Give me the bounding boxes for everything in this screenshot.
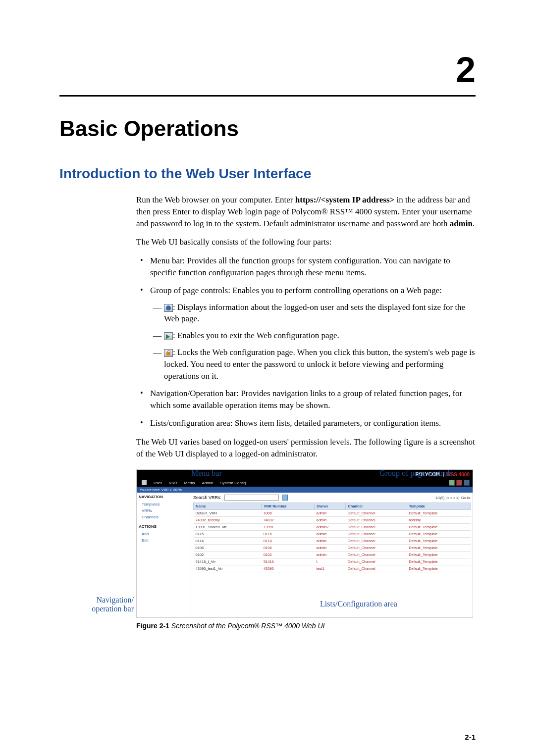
table-cell: admin	[315, 510, 346, 517]
control-exit-icon[interactable]	[456, 480, 462, 486]
table-cell: test1	[315, 565, 346, 572]
table-cell: 43595_test1_Vrr	[194, 565, 262, 572]
intro-text-1a: Run the Web browser on your computer. En…	[136, 195, 295, 204]
callout-navigation: Navigation/ operation bar	[72, 596, 134, 613]
menu-system-config[interactable]: System Config	[220, 481, 246, 485]
search-icon[interactable]	[282, 495, 288, 501]
table-cell: 0106	[194, 545, 262, 552]
table-cell: Default_Channel	[346, 524, 407, 531]
table-cell: Default_Template	[407, 531, 470, 538]
actions-header: ACTIONS	[139, 524, 189, 529]
table-cell: 0115	[262, 531, 315, 538]
figure-label: Figure 2-1	[136, 622, 169, 630]
bullet-item-4: Lists/configuration area: Shows item lis…	[136, 417, 476, 429]
table-cell: Default_Template	[407, 552, 470, 558]
sidebar-item-vrrs[interactable]: VRRs	[139, 507, 189, 514]
table-row[interactable]: Default_VRR1000adminDefault_ChannelDefau…	[194, 510, 471, 517]
page-number: 2-1	[465, 733, 476, 741]
table-cell: 13991	[262, 524, 315, 531]
sidebar-action-add[interactable]: Add	[139, 531, 189, 537]
user-info-icon	[164, 304, 173, 312]
table-row[interactable]: 01060106adminDefault_ChannelDefault_Temp…	[194, 545, 471, 552]
figure-text: Screenshot of the Polycom® RSS™ 4000 Web…	[171, 622, 325, 630]
table-row[interactable]: 01020102adminDefault_ChannelDefault_Temp…	[194, 552, 471, 558]
table-cell: 74032_recenly	[194, 517, 262, 524]
table-cell: 0115	[194, 531, 262, 538]
table-cell: 51416	[262, 558, 315, 565]
table-cell: Default_Channel	[346, 558, 407, 565]
intro-admin-bold: admin	[450, 219, 473, 228]
th-template[interactable]: Template	[407, 503, 470, 510]
control-lock-icon[interactable]	[464, 480, 470, 486]
table-cell: admin	[315, 517, 346, 524]
menu-vrr[interactable]: VRR	[169, 481, 177, 485]
bullet-item-3: Navigation/Operation bar: Provides navig…	[136, 388, 476, 411]
logo-polycom: POLYCOM	[415, 472, 440, 477]
figure: Navigation/ operation bar Menu bar Group…	[136, 469, 476, 630]
sub1-text: : Displays information about the logged-…	[164, 302, 465, 324]
table-cell: 0114	[262, 538, 315, 545]
sidebar-item-templates[interactable]: Templates	[139, 501, 189, 507]
th-channel[interactable]: Channel	[346, 503, 407, 510]
th-name[interactable]: Name	[194, 503, 262, 510]
sub2-text: : Enables you to exit the Web configurat…	[173, 331, 339, 340]
table-cell: Default_Channel	[346, 531, 407, 538]
page-control-icons	[449, 480, 470, 486]
table-cell: Default_Channel	[346, 552, 407, 558]
table-cell: Default_Template	[407, 545, 470, 552]
sub-bullet-list: : Displays information about the logged-…	[150, 302, 476, 382]
table-row[interactable]: 01150115adminDefault_ChannelDefault_Temp…	[194, 531, 471, 538]
ui-main: Search VRRs: 1/1(9) |< < > >| Go to:	[191, 493, 473, 617]
table-cell: admin	[315, 531, 346, 538]
pager: 1/1(9) |< < > >| Go to:	[435, 496, 471, 500]
chapter-number: 2	[59, 50, 476, 90]
ui-menubar: User VRR Media Admin System Config	[137, 479, 473, 487]
table-cell: 74032	[262, 517, 315, 524]
table-row[interactable]: 43595_test1_Vrr43595test1Default_Channel…	[194, 565, 471, 572]
control-user-icon[interactable]	[449, 480, 455, 486]
bullet-list: Menu bar: Provides all the function grou…	[136, 255, 476, 429]
nav-header: NAVIGATION	[139, 495, 189, 499]
th-owner[interactable]: Owner	[315, 503, 346, 510]
table-cell: Default_Template	[407, 524, 470, 531]
table-cell: 43595	[262, 565, 315, 572]
closing-paragraph: The Web UI varies based on logged-on use…	[136, 436, 476, 460]
search-label: Search VRRs:	[193, 495, 221, 500]
table-cell: Default_Template	[407, 565, 470, 572]
ui-topbar: POLYCOM | RSS 4000	[137, 470, 473, 479]
ui-screenshot: Menu bar Group of page controls POLYCOM …	[136, 469, 473, 618]
intro-paragraph-1: Run the Web browser on your computer. En…	[136, 194, 476, 229]
menu-media[interactable]: Media	[184, 481, 195, 485]
home-icon[interactable]	[142, 480, 147, 485]
th-vrr-number[interactable]: VRR Number	[262, 503, 315, 510]
table-cell: 0102	[194, 552, 262, 558]
table-row[interactable]: 01140114adminDefault_ChannelDefault_Temp…	[194, 538, 471, 545]
table-cell: t	[315, 558, 346, 565]
table-row[interactable]: 51416_t_Vrr51416tDefault_ChannelDefault_…	[194, 558, 471, 565]
table-cell: 0114	[194, 538, 262, 545]
table-cell: admin	[315, 545, 346, 552]
menu-user[interactable]: User	[154, 481, 162, 485]
sub-bullet-3: : Locks the Web configuration page. When…	[150, 347, 476, 382]
table-cell: 13991_Shared_Vrr	[194, 524, 262, 531]
body-text: Run the Web browser on your computer. En…	[136, 194, 476, 459]
logo-rss: RSS 4000	[447, 472, 470, 477]
table-cell: Default_Channel	[346, 565, 407, 572]
menu-admin[interactable]: Admin	[202, 481, 214, 485]
sidebar-item-channels[interactable]: Channels	[139, 514, 189, 520]
table-cell: Default_VRR	[194, 510, 262, 517]
breadcrumb: You are here: VRR > VRRs	[137, 487, 473, 493]
exit-icon	[164, 332, 173, 340]
pager-count: 1/1(9)	[435, 496, 444, 500]
bullet2-text: Group of page controls: Enables you to p…	[150, 286, 442, 295]
table-cell: 0102	[262, 552, 315, 558]
section-title: Introduction to the Web User Interface	[59, 166, 476, 182]
table-cell: 0106	[262, 545, 315, 552]
table-row[interactable]: 74032_recenly74032adminDefault_Channelre…	[194, 517, 471, 524]
intro-text-1c: .	[473, 219, 475, 228]
sidebar-action-edit[interactable]: Edit	[139, 537, 189, 544]
search-input[interactable]	[224, 495, 279, 501]
ui-table: Name VRR Number Owner Channel Template D…	[193, 503, 471, 572]
bullet-item-2: Group of page controls: Enables you to p…	[136, 285, 476, 382]
table-row[interactable]: 13991_Shared_Vrr13991admin2Default_Chann…	[194, 524, 471, 531]
